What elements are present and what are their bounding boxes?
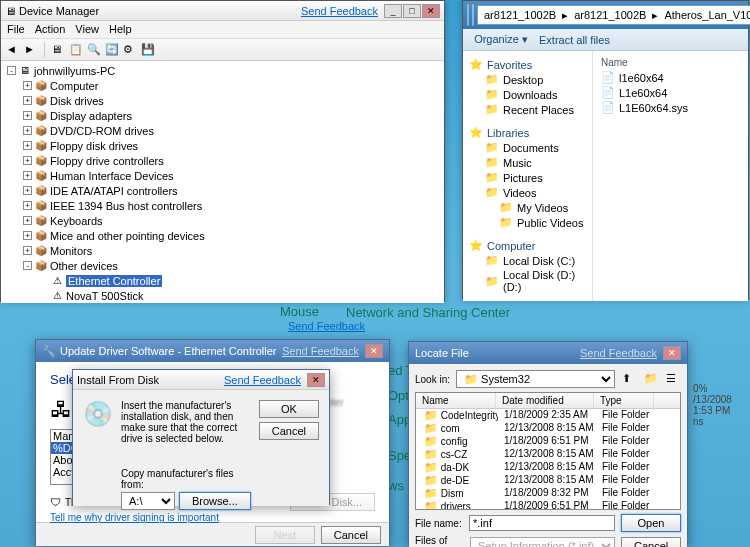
file-listview[interactable]: Name Date modified Type 📁 CodeIntegrity1… bbox=[415, 392, 681, 510]
menu-help[interactable]: Help bbox=[109, 23, 132, 36]
toolbar-btn[interactable]: ⚙ bbox=[122, 42, 138, 58]
file-row[interactable]: 📁 drivers1/18/2009 6:51 PMFile Folder bbox=[416, 500, 680, 510]
nav-item[interactable]: 📁Local Disk (D:) (D:) bbox=[463, 268, 592, 294]
bg-text: /13/2008 1:53 PM bbox=[693, 394, 750, 416]
tree-node[interactable]: +📦IDE ATA/ATAPI controllers bbox=[1, 183, 444, 198]
copy-from-label: Copy manufacturer's files from: bbox=[121, 468, 251, 490]
nav-group[interactable]: ⭐Libraries bbox=[463, 125, 592, 140]
tree-node[interactable]: +📦Monitors bbox=[1, 243, 444, 258]
tree-node[interactable]: +📦Floppy disk drives bbox=[1, 138, 444, 153]
cancel-button[interactable]: Cancel bbox=[259, 422, 319, 440]
tree-node[interactable]: +📦Human Interface Devices bbox=[1, 168, 444, 183]
tree-node[interactable]: +📦IEEE 1394 Bus host controllers bbox=[1, 198, 444, 213]
titlebar[interactable]: 🖥Device Manager Send Feedback _□✕ bbox=[1, 1, 444, 21]
nav-group[interactable]: ⭐Favorites bbox=[463, 57, 592, 72]
path-combo[interactable]: A:\ bbox=[121, 492, 175, 510]
tree-node[interactable]: +📦Mice and other pointing devices bbox=[1, 228, 444, 243]
send-feedback-link[interactable]: Send Feedback bbox=[301, 5, 378, 17]
toolbar-btn[interactable]: 📋 bbox=[68, 42, 84, 58]
nav-item[interactable]: 📁My Videos bbox=[463, 200, 592, 215]
lookin-combo[interactable]: 📁 System32 bbox=[456, 370, 615, 388]
back-button[interactable]: ◄ bbox=[5, 42, 21, 58]
send-feedback-link[interactable]: Send Feedback bbox=[224, 374, 301, 386]
crumb[interactable]: Atheros_Lan_V1002B_Vista bbox=[662, 9, 750, 21]
file-item[interactable]: 📄L1E60x64.sys bbox=[597, 100, 744, 115]
close-button[interactable]: ✕ bbox=[663, 346, 681, 360]
tree-root[interactable]: -🖥johnwillyums-PC bbox=[1, 63, 444, 78]
col-type[interactable]: Type bbox=[594, 393, 654, 408]
nav-item[interactable]: 📁Videos bbox=[463, 185, 592, 200]
forward-button[interactable] bbox=[472, 4, 474, 26]
organize-button[interactable]: Organize ▾ bbox=[471, 33, 531, 46]
nav-pane[interactable]: ⭐Favorites📁Desktop📁Downloads📁Recent Plac… bbox=[463, 51, 593, 301]
nav-item[interactable]: 📁Recent Places bbox=[463, 102, 592, 117]
titlebar[interactable]: 🔧Update Driver Software - Ethernet Contr… bbox=[36, 340, 389, 362]
send-feedback-link[interactable]: Send Feedback bbox=[282, 345, 359, 357]
open-button[interactable]: Open bbox=[621, 514, 681, 532]
separator bbox=[44, 42, 45, 58]
menu-view[interactable]: View bbox=[75, 23, 99, 36]
extract-button[interactable]: Extract all files bbox=[539, 34, 610, 46]
close-button[interactable]: ✕ bbox=[422, 4, 440, 18]
next-button[interactable]: Next bbox=[255, 526, 315, 544]
tree-leaf[interactable]: ⚠NovaT 500Stick bbox=[1, 288, 444, 303]
file-item[interactable]: 📄l1e60x64 bbox=[597, 70, 744, 85]
column-name[interactable]: Name bbox=[597, 55, 744, 70]
fwd-button[interactable]: ► bbox=[23, 42, 39, 58]
up-button[interactable]: ⬆ bbox=[621, 371, 637, 387]
nav-item[interactable]: 📁Pictures bbox=[463, 170, 592, 185]
toolbar-btn[interactable]: 🖥 bbox=[50, 42, 66, 58]
col-name[interactable]: Name bbox=[416, 393, 496, 408]
file-row[interactable]: 📁 Dism1/18/2009 8:32 PMFile Folder bbox=[416, 487, 680, 500]
tree-node[interactable]: -📦Other devices bbox=[1, 258, 444, 273]
file-row[interactable]: 📁 da-DK12/13/2008 8:15 AMFile Folder bbox=[416, 461, 680, 474]
cancel-button[interactable]: Cancel bbox=[621, 537, 681, 547]
nav-item[interactable]: 📁Local Disk (C:) bbox=[463, 253, 592, 268]
minimize-button[interactable]: _ bbox=[384, 4, 402, 18]
crumb[interactable]: ar8121_1002B bbox=[572, 9, 648, 21]
col-date[interactable]: Date modified bbox=[496, 393, 594, 408]
toolbar-btn[interactable]: 💾 bbox=[140, 42, 156, 58]
crumb[interactable]: ar8121_1002B bbox=[482, 9, 558, 21]
maximize-button[interactable]: □ bbox=[403, 4, 421, 18]
browse-button[interactable]: Browse... bbox=[179, 492, 251, 510]
close-button[interactable]: ✕ bbox=[365, 344, 383, 358]
file-row[interactable]: 📁 de-DE12/13/2008 8:15 AMFile Folder bbox=[416, 474, 680, 487]
filename-input[interactable] bbox=[469, 515, 615, 531]
file-row[interactable]: 📁 com12/13/2008 8:15 AMFile Folder bbox=[416, 422, 680, 435]
tree-node[interactable]: +📦Keyboards bbox=[1, 213, 444, 228]
back-button[interactable] bbox=[467, 4, 469, 26]
nav-item[interactable]: 📁Downloads bbox=[463, 87, 592, 102]
file-pane[interactable]: Name 📄l1e60x64📄L1e60x64📄L1E60x64.sys bbox=[593, 51, 748, 301]
file-row[interactable]: 📁 cs-CZ12/13/2008 8:15 AMFile Folder bbox=[416, 448, 680, 461]
toolbar-btn[interactable]: 🔄 bbox=[104, 42, 120, 58]
menu-action[interactable]: Action bbox=[35, 23, 66, 36]
tree-node[interactable]: +📦Disk drives bbox=[1, 93, 444, 108]
nav-item[interactable]: 📁Desktop bbox=[463, 72, 592, 87]
filetype-label: Files of type: bbox=[415, 535, 464, 547]
device-tree[interactable]: -🖥johnwillyums-PC+📦Computer+📦Disk drives… bbox=[1, 61, 444, 303]
file-row[interactable]: 📁 config1/18/2009 6:51 PMFile Folder bbox=[416, 435, 680, 448]
tree-node[interactable]: +📦DVD/CD-ROM drives bbox=[1, 123, 444, 138]
new-folder-button[interactable]: 📁 bbox=[643, 371, 659, 387]
cancel-button[interactable]: Cancel bbox=[321, 526, 381, 544]
tree-node[interactable]: +📦Computer bbox=[1, 78, 444, 93]
toolbar-btn[interactable]: 🔍 bbox=[86, 42, 102, 58]
tree-leaf[interactable]: ⚠Ethernet Controller bbox=[1, 273, 444, 288]
file-item[interactable]: 📄L1e60x64 bbox=[597, 85, 744, 100]
breadcrumb[interactable]: ar8121_1002B▸ar8121_1002B▸Atheros_Lan_V1… bbox=[477, 5, 750, 25]
close-button[interactable]: ✕ bbox=[307, 373, 325, 387]
send-feedback-link[interactable]: Send Feedback bbox=[580, 347, 657, 359]
view-button[interactable]: ☰ bbox=[665, 371, 681, 387]
signing-link[interactable]: Tell me why driver signing is important bbox=[50, 512, 219, 523]
ok-button[interactable]: OK bbox=[259, 400, 319, 418]
nav-item[interactable]: 📁Public Videos bbox=[463, 215, 592, 230]
nav-item[interactable]: 📁Music bbox=[463, 155, 592, 170]
tree-node[interactable]: +📦Floppy drive controllers bbox=[1, 153, 444, 168]
menu-file[interactable]: File bbox=[7, 23, 25, 36]
nav-group[interactable]: ⭐Computer bbox=[463, 238, 592, 253]
nav-item[interactable]: 📁Documents bbox=[463, 140, 592, 155]
tree-node[interactable]: +📦Display adapters bbox=[1, 108, 444, 123]
file-row[interactable]: 📁 CodeIntegrity1/18/2009 2:35 AMFile Fol… bbox=[416, 409, 680, 422]
send-feedback-link[interactable]: Send Feedback bbox=[288, 320, 365, 332]
